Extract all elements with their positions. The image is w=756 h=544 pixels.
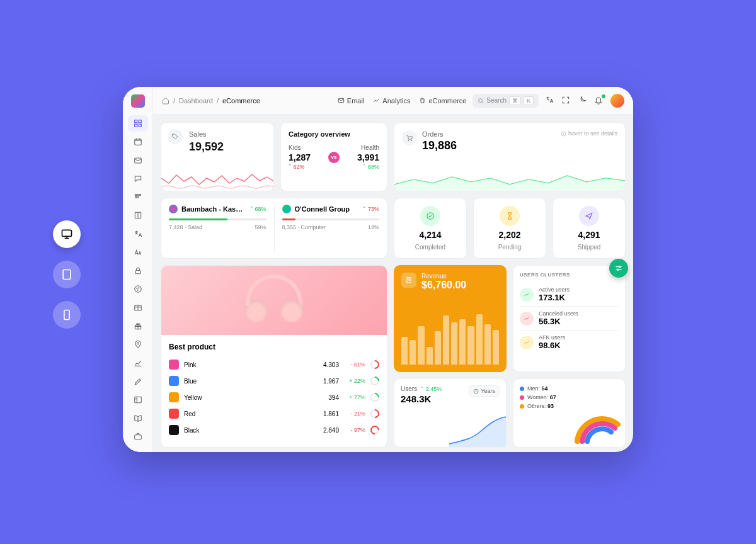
map-pin-icon	[134, 340, 142, 349]
translate-icon	[134, 230, 142, 239]
cluster-item[interactable]: AFK users98.6K	[520, 331, 619, 354]
cart-icon	[406, 134, 413, 142]
users-label: Users	[401, 385, 417, 392]
orders-value: 19,886	[422, 139, 457, 152]
nav-book[interactable]	[128, 208, 148, 224]
language-button[interactable]	[545, 96, 555, 106]
table-icon	[134, 303, 142, 312]
grid-icon	[134, 119, 142, 128]
cat-left-label: Kids	[289, 144, 311, 151]
card-clusters: Users Clusters Active users173.1K Cancel…	[513, 265, 626, 372]
nav-edit[interactable]	[128, 373, 148, 389]
cluster-icon	[524, 315, 530, 322]
sales-sparkline	[161, 166, 274, 191]
clock-icon	[473, 388, 479, 394]
svg-point-27	[408, 140, 410, 141]
open-book-icon	[134, 414, 142, 422]
nav-typography[interactable]	[128, 244, 148, 260]
fullscreen-button[interactable]	[561, 96, 571, 106]
progress-ring-icon	[370, 409, 379, 418]
card-users: Users ˄ 2.45% 248.3K Years	[394, 378, 507, 448]
svg-rect-23	[134, 397, 141, 402]
svg-rect-24	[134, 435, 141, 439]
nav-docs[interactable]	[128, 410, 148, 426]
analytics-icon	[373, 97, 380, 104]
color-swatch	[169, 376, 179, 386]
theme-button[interactable]	[578, 96, 588, 106]
nav-briefcase[interactable]	[128, 429, 148, 445]
cluster-item[interactable]: Active users173.1K	[520, 283, 619, 307]
nav-chart[interactable]	[128, 355, 148, 371]
tab-analytics[interactable]: Analytics	[373, 97, 410, 105]
tab-ecommerce[interactable]: eCommerce	[419, 97, 466, 105]
search-input[interactable]: Search ⌘ K	[472, 94, 539, 108]
status-pending[interactable]: 2,202 Pending	[473, 198, 546, 259]
gender-legend-item: Women: 67	[520, 394, 619, 400]
card-genders: Men: 54Women: 67Others: 93	[513, 378, 626, 448]
svg-point-13	[137, 196, 138, 198]
product-row[interactable]: Black 2.840 - 97%	[169, 422, 379, 438]
cluster-icon	[524, 292, 530, 298]
svg-point-16	[134, 286, 141, 293]
company-row[interactable]: Baumbach - Kassu… ˄ 68% 7,428 · Salad59%	[169, 205, 266, 252]
orders-label: Orders	[422, 130, 457, 138]
product-row[interactable]: Pink 4.303 - 61%	[169, 356, 379, 373]
company-row[interactable]: O'Connell Group ˅ 73% 8,355 · Computer12…	[274, 205, 380, 252]
status-completed[interactable]: 4,214 Completed	[394, 198, 467, 259]
sliders-icon	[614, 264, 623, 273]
mail-icon	[338, 97, 345, 104]
cat-left-value: 1,287	[289, 152, 311, 162]
moon-icon	[578, 96, 587, 105]
translate-icon	[545, 96, 554, 105]
calendar-icon	[134, 137, 142, 146]
nav-translate[interactable]	[128, 226, 148, 242]
crumb-dashboard[interactable]: Dashboard	[179, 97, 213, 105]
nav-apps[interactable]	[128, 189, 148, 205]
kbd-cmd: ⌘	[509, 96, 521, 105]
product-row[interactable]: Blue 1.967 + 22%	[169, 373, 379, 389]
nav-dashboard[interactable]	[128, 115, 148, 131]
product-row[interactable]: Yellow 394 + 77%	[169, 389, 379, 405]
settings-fab[interactable]	[609, 259, 628, 278]
best-product-title: Best product	[169, 343, 379, 351]
card-companies: Baumbach - Kassu… ˄ 68% 7,428 · Salad59%…	[161, 198, 387, 259]
receipt-icon	[405, 276, 413, 284]
nav-gift[interactable]	[128, 318, 148, 334]
product-row[interactable]: Red 1.861 - 21%	[169, 405, 379, 422]
nav-calendar[interactable]	[128, 134, 148, 150]
notifications-button[interactable]	[594, 96, 604, 106]
logo-icon[interactable]	[131, 94, 145, 108]
cat-left-delta: ˅ 62%	[289, 164, 311, 170]
nav-lock[interactable]	[128, 263, 148, 278]
progress-ring-icon	[370, 393, 379, 402]
legend-dot-icon	[520, 404, 524, 409]
clusters-title: Users Clusters	[520, 272, 619, 278]
progress-ring-icon	[370, 377, 379, 385]
nav-table[interactable]	[128, 300, 148, 315]
revenue-value: $6,760.00	[421, 280, 466, 291]
device-tablet-button[interactable]	[53, 261, 81, 288]
vs-badge: vs	[328, 152, 340, 163]
nav-mail[interactable]	[128, 152, 148, 168]
nav-layout[interactable]	[128, 392, 148, 407]
users-range-select[interactable]: Years	[469, 385, 500, 397]
status-shipped[interactable]: 4,291 Shipped	[553, 198, 626, 259]
hourglass-icon	[505, 212, 514, 220]
cluster-item[interactable]: Canceled users56.3K	[520, 307, 619, 331]
device-phone-button[interactable]	[53, 301, 81, 329]
color-swatch	[169, 360, 179, 370]
svg-point-9	[135, 194, 136, 195]
headphones-icon	[236, 272, 312, 329]
device-desktop-button[interactable]	[53, 220, 81, 248]
briefcase-icon	[134, 432, 142, 441]
nav-chat[interactable]	[128, 171, 148, 186]
product-image	[161, 266, 387, 335]
home-icon[interactable]	[162, 97, 169, 105]
nav-cookie[interactable]	[128, 281, 148, 297]
tab-email[interactable]: Email	[338, 97, 365, 105]
bag-icon	[419, 97, 426, 104]
nav-map[interactable]	[128, 336, 148, 352]
user-avatar[interactable]	[610, 94, 624, 108]
progress-ring-icon	[370, 426, 379, 434]
svg-point-28	[411, 140, 412, 141]
